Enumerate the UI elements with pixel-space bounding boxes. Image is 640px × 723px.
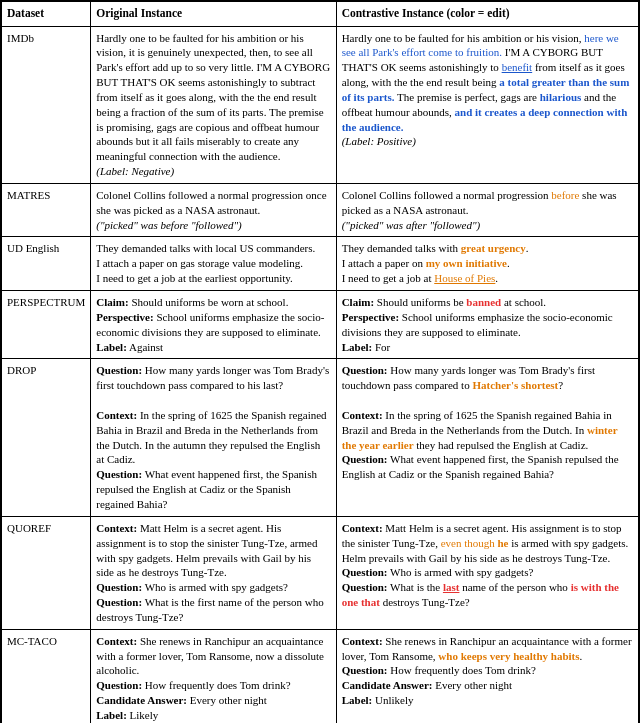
table-row: DROP Question: How many yards longer was…	[2, 359, 639, 516]
header-row: Dataset Original Instance Contrastive In…	[2, 2, 639, 27]
dataset-label-drop: DROP	[2, 359, 91, 516]
contrastive-matres: Colonel Collins followed a normal progre…	[336, 183, 638, 237]
table-row: PERSPECTRUM Claim: Should uniforms be wo…	[2, 291, 639, 359]
header-contrastive: Contrastive Instance (color = edit)	[336, 2, 638, 27]
original-ud: They demanded talks with local US comman…	[91, 237, 336, 291]
original-drop: Question: How many yards longer was Tom …	[91, 359, 336, 516]
contrastive-ud: They demanded talks with great urgency. …	[336, 237, 638, 291]
dataset-label-quoref: QUOREF	[2, 516, 91, 629]
dataset-label-mctaco: MC-TACO	[2, 629, 91, 723]
original-matres: Colonel Collins followed a normal progre…	[91, 183, 336, 237]
contrastive-perspectrum: Claim: Should uniforms be banned at scho…	[336, 291, 638, 359]
contrastive-quoref: Context: Matt Helm is a secret agent. Hi…	[336, 516, 638, 629]
dataset-label-imdb: IMDb	[2, 26, 91, 183]
original-imdb: Hardly one to be faulted for his ambitio…	[91, 26, 336, 183]
header-original: Original Instance	[91, 2, 336, 27]
contrastive-mctaco: Context: She renews in Ranchipur an acqu…	[336, 629, 638, 723]
contrastive-drop: Question: How many yards longer was Tom …	[336, 359, 638, 516]
table-row: MC-TACO Context: She renews in Ranchipur…	[2, 629, 639, 723]
original-mctaco: Context: She renews in Ranchipur an acqu…	[91, 629, 336, 723]
header-dataset: Dataset	[2, 2, 91, 27]
table-row: MATRES Colonel Collins followed a normal…	[2, 183, 639, 237]
table-row: UD English They demanded talks with loca…	[2, 237, 639, 291]
dataset-label-ud: UD English	[2, 237, 91, 291]
main-table-wrapper: Dataset Original Instance Contrastive In…	[0, 0, 640, 723]
dataset-label-perspectrum: PERSPECTRUM	[2, 291, 91, 359]
contrastive-imdb: Hardly one to be faulted for his ambitio…	[336, 26, 638, 183]
table-row: IMDb Hardly one to be faulted for his am…	[2, 26, 639, 183]
comparison-table: Dataset Original Instance Contrastive In…	[1, 1, 639, 723]
dataset-label-matres: MATRES	[2, 183, 91, 237]
original-quoref: Context: Matt Helm is a secret agent. Hi…	[91, 516, 336, 629]
table-row: QUOREF Context: Matt Helm is a secret ag…	[2, 516, 639, 629]
original-perspectrum: Claim: Should uniforms be worn at school…	[91, 291, 336, 359]
